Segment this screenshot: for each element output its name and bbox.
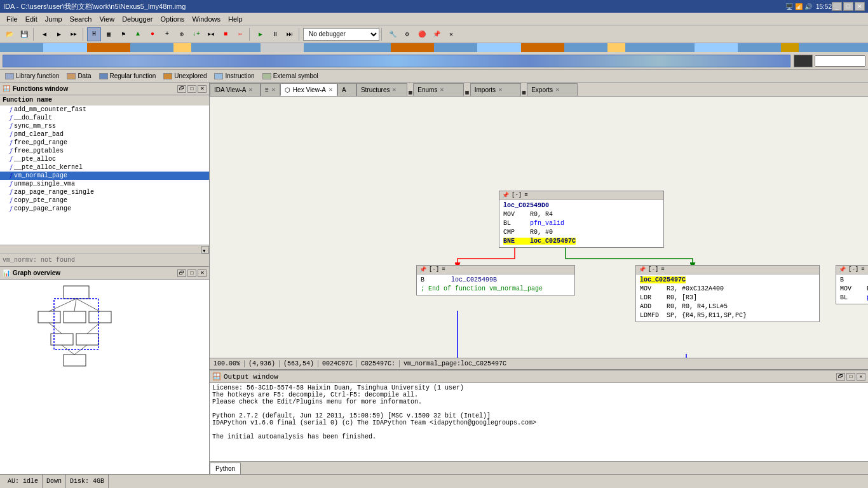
output-float-button[interactable]: 🗗: [836, 373, 845, 381]
functions-max-button[interactable]: □: [187, 85, 196, 93]
tab-exports-close[interactable]: ✕: [555, 87, 560, 93]
output-tab-python[interactable]: Python: [210, 463, 241, 474]
tb-nav2[interactable]: ▶▶: [67, 27, 81, 41]
func-add-mm[interactable]: 𝑓add_mm_counter_fast: [0, 105, 209, 114]
tb-btn4[interactable]: ▲: [131, 27, 145, 41]
menu-search[interactable]: Search: [66, 14, 96, 24]
tab-ida-view-a[interactable]: IDA View-A ✕: [210, 83, 261, 96]
tab-a[interactable]: A: [337, 83, 356, 96]
func-sync-mm[interactable]: 𝑓sync_mm_rss: [0, 122, 209, 130]
menu-help[interactable]: Help: [224, 14, 247, 24]
scrollbar-corner[interactable]: ▾: [201, 246, 209, 254]
func-copy-pte[interactable]: 𝑓copy_pte_range: [0, 196, 209, 205]
output-panel-buttons[interactable]: 🗗 □ ✕: [836, 373, 865, 381]
graph-max-button[interactable]: □: [187, 269, 196, 277]
block-right-fold[interactable]: [-]: [848, 266, 858, 273]
func-pte-alloc-kernel[interactable]: 𝑓__pte_alloc_kernel: [0, 163, 209, 172]
graph-close-button[interactable]: ✕: [198, 269, 207, 277]
block-center-fold[interactable]: [-]: [648, 266, 658, 273]
asm-block-right[interactable]: 📌 [-] ≡ B loc_C025499B MOV R BL p: [836, 265, 868, 304]
menu-options[interactable]: Options: [156, 14, 188, 24]
menu-jump[interactable]: Jump: [41, 14, 66, 24]
block-right-menu[interactable]: ≡: [861, 266, 864, 273]
address-input[interactable]: [815, 55, 865, 67]
tab-hex-close[interactable]: ✕: [329, 87, 333, 93]
graph-overview-buttons[interactable]: 🗗 □ ✕: [177, 269, 207, 277]
tb-btn5[interactable]: ●: [146, 27, 159, 41]
tb-stepover[interactable]: ⏭: [283, 27, 297, 41]
output-content[interactable]: License: 56-3C1D-5574-58 Haixin Duan, Ts…: [210, 383, 868, 461]
tb-extra4[interactable]: 📌: [430, 27, 444, 41]
output-max-button[interactable]: □: [846, 373, 855, 381]
tab-exports[interactable]: Exports ✕: [527, 83, 578, 96]
debugger-select[interactable]: No debugger: [303, 28, 379, 41]
tb-btn6[interactable]: +: [160, 27, 174, 41]
block-right-pin[interactable]: 📌: [839, 266, 846, 273]
block-center-menu[interactable]: ≡: [661, 266, 664, 273]
block-left-menu[interactable]: ≡: [442, 266, 445, 273]
func-copy-page[interactable]: 𝑓copy_page_range: [0, 205, 209, 213]
tab-structures-close[interactable]: ✕: [392, 87, 397, 93]
block-pin[interactable]: 📌: [502, 192, 509, 199]
functions-list[interactable]: 𝑓add_mm_counter_fast 𝑓__do_fault 𝑓sync_m…: [0, 105, 209, 245]
menu-file[interactable]: File: [3, 14, 22, 24]
tb-btn8[interactable]: ↓+: [189, 27, 203, 41]
block-center-pin[interactable]: 📌: [639, 266, 646, 273]
functions-close-button[interactable]: ✕: [198, 85, 207, 93]
tb-bp-toggle[interactable]: ▶◀: [204, 27, 218, 41]
asm-block-center[interactable]: 📌 [-] ≡ loc_C025497C MOV R3, #0xC132A400…: [635, 265, 820, 322]
asm-block-top[interactable]: 📌 [-] ≡ loc_C02549D0 MOV R0, R4 BL pfn_v…: [499, 191, 664, 248]
asm-pfn-valid-link[interactable]: pfn_valid: [530, 220, 564, 227]
tb-scissors[interactable]: ✂: [233, 27, 247, 41]
tb-save[interactable]: 💾: [17, 27, 31, 41]
func-zap-page[interactable]: 𝑓zap_page_range_single: [0, 188, 209, 196]
menu-view[interactable]: View: [95, 14, 118, 24]
tb-extra5[interactable]: ✕: [444, 27, 458, 41]
func-free-pgt[interactable]: 𝑓free_pgtables: [0, 147, 209, 155]
tb-open[interactable]: 📂: [3, 27, 17, 41]
window-controls[interactable]: _ □ ✕: [832, 2, 865, 11]
block-left-fold[interactable]: [-]: [429, 266, 439, 273]
menu-debugger[interactable]: Debugger: [118, 14, 156, 24]
tab-hex2[interactable]: ≡ ✕: [261, 83, 280, 96]
tb-extra3[interactable]: 🔴: [415, 27, 429, 41]
tb-hex[interactable]: H: [87, 27, 101, 41]
tab-enums[interactable]: Enums ✕: [413, 83, 464, 96]
graph-float-button[interactable]: 🗗: [177, 269, 186, 277]
tb-stop[interactable]: ■: [219, 27, 233, 41]
tb-pause[interactable]: ⏸: [268, 27, 282, 41]
tb-btn7[interactable]: ⊕: [175, 27, 189, 41]
block-left-pin[interactable]: 📌: [419, 266, 426, 273]
tab-imports[interactable]: Imports ✕: [470, 83, 521, 96]
func-do-fault[interactable]: 𝑓__do_fault: [0, 114, 209, 122]
tb-forward[interactable]: ▶: [52, 27, 66, 41]
func-pmd-clear[interactable]: 𝑓pmd_clear_bad: [0, 130, 209, 139]
output-close-button[interactable]: ✕: [857, 373, 865, 381]
functions-panel-buttons[interactable]: 🗗 □ ✕: [177, 85, 207, 93]
graph-overview-content[interactable]: [0, 280, 209, 474]
menu-windows[interactable]: Windows: [188, 14, 224, 24]
block-menu[interactable]: ≡: [524, 192, 527, 199]
func-pte-alloc[interactable]: 𝑓__pte_alloc: [0, 155, 209, 163]
tab-enums-close[interactable]: ✕: [440, 87, 444, 93]
tb-back[interactable]: ◀: [37, 27, 51, 41]
tb-btn2[interactable]: ▦: [102, 27, 116, 41]
tb-extra2[interactable]: ⚙: [400, 27, 414, 41]
asm-block-left[interactable]: 📌 [-] ≡ B loc_C025499B ; End of function…: [416, 265, 575, 295]
minimize-button[interactable]: _: [832, 2, 842, 11]
close-button[interactable]: ✕: [855, 2, 865, 11]
menu-edit[interactable]: Edit: [22, 14, 41, 24]
graph-view[interactable]: 📌 [-] ≡ loc_C02549D0 MOV R0, R4 BL pfn_v…: [210, 97, 868, 369]
tab-imports-close[interactable]: ✕: [498, 87, 503, 93]
tab-hex2-close[interactable]: ✕: [271, 87, 276, 93]
tab-hex-view-a[interactable]: ⬡ Hex View-A ✕: [280, 83, 337, 96]
func-free-pgd[interactable]: 𝑓free_pgd_range: [0, 139, 209, 147]
tb-play[interactable]: ▶: [254, 27, 268, 41]
tab-ida-close[interactable]: ✕: [248, 87, 253, 93]
tb-extra1[interactable]: 🔧: [386, 27, 400, 41]
maximize-button[interactable]: □: [843, 2, 853, 11]
functions-float-button[interactable]: 🗗: [177, 85, 186, 93]
func-vm-normal[interactable]: 𝑓vm_normal_page: [0, 172, 209, 180]
tb-btn3[interactable]: ⚑: [116, 27, 130, 41]
func-unmap-single[interactable]: 𝑓unmap_single_vma: [0, 180, 209, 188]
